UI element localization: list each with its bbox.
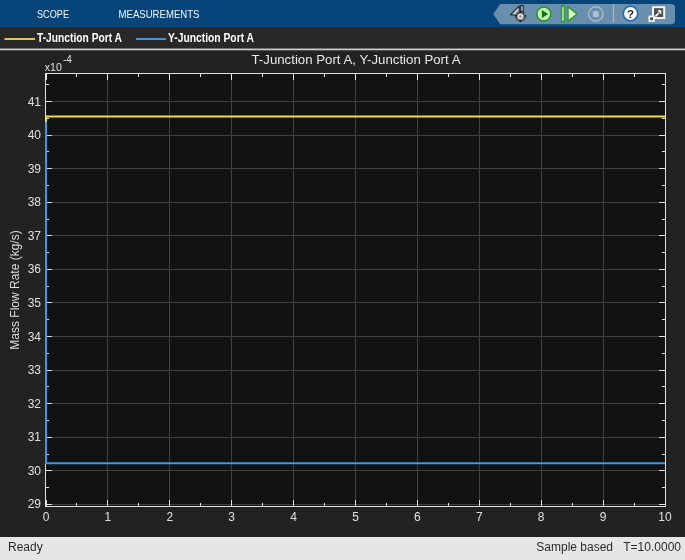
svg-text:6: 6: [414, 510, 421, 524]
svg-text:1: 1: [105, 510, 112, 524]
svg-text:5: 5: [352, 510, 359, 524]
svg-text:35: 35: [28, 296, 42, 310]
svg-text:37: 37: [28, 229, 42, 243]
svg-text:4: 4: [290, 510, 297, 524]
svg-text:-4: -4: [63, 54, 72, 65]
svg-text:0: 0: [43, 510, 50, 524]
svg-text:40: 40: [28, 128, 42, 142]
svg-text:x10: x10: [45, 61, 62, 73]
svg-text:38: 38: [28, 195, 42, 209]
svg-text:39: 39: [28, 162, 42, 176]
svg-text:7: 7: [476, 510, 483, 524]
svg-text:9: 9: [600, 510, 607, 524]
svg-text:2: 2: [166, 510, 173, 524]
svg-text:33: 33: [28, 363, 42, 377]
svg-text:T-Junction Port A, Y-Junction: T-Junction Port A, Y-Junction Port A: [252, 52, 461, 67]
svg-text:T-Junction Port A: T-Junction Port A: [37, 31, 122, 45]
svg-text:MEASUREMENTS: MEASUREMENTS: [119, 8, 200, 20]
svg-text:3: 3: [228, 510, 235, 524]
svg-text:34: 34: [28, 330, 42, 344]
svg-text:?: ?: [627, 8, 634, 20]
svg-text:30: 30: [28, 464, 42, 478]
svg-text:Y-Junction Port A: Y-Junction Port A: [168, 31, 254, 45]
svg-text:31: 31: [28, 430, 42, 444]
svg-text:8: 8: [538, 510, 545, 524]
svg-text:36: 36: [28, 262, 42, 276]
svg-text:10: 10: [658, 510, 672, 524]
svg-text:Mass Flow Rate (kg/s): Mass Flow Rate (kg/s): [8, 230, 22, 349]
svg-text:41: 41: [28, 95, 42, 109]
svg-text:SCOPE: SCOPE: [37, 8, 69, 20]
svg-text:29: 29: [28, 497, 42, 511]
svg-text:32: 32: [28, 397, 42, 411]
